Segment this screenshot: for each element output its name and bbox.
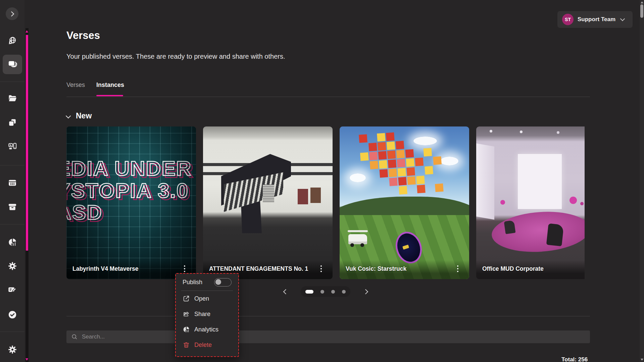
card-title: Office MUD Corporate — [482, 265, 544, 273]
sidebar-item-explore[interactable] — [0, 33, 24, 49]
chevron-right-icon — [363, 289, 368, 294]
page-dot-1-active[interactable] — [305, 290, 313, 294]
sidebar-divider — [0, 331, 24, 332]
search-input[interactable] — [81, 333, 585, 341]
sidebar-item-approvals[interactable] — [0, 307, 24, 323]
page-dot-2[interactable] — [320, 290, 324, 294]
carousel-prev-button[interactable] — [281, 287, 291, 297]
card-title: Vuk Cosic: Starstruck — [346, 265, 406, 273]
sidebar-item-verses[interactable] — [0, 56, 24, 72]
sidebar — [0, 0, 24, 362]
instance-card-starstruck[interactable]: Vuk Cosic: Starstruck — [340, 126, 469, 279]
page-title: Verses — [66, 30, 100, 42]
tabs-divider — [66, 97, 590, 97]
globe-search-icon — [8, 36, 17, 46]
menu-item-delete[interactable]: Delete — [183, 337, 232, 353]
layers-cards-icon — [8, 59, 17, 69]
sidebar-item-archive[interactable] — [0, 199, 24, 215]
page-subtitle: Your published verses. These are ready t… — [66, 53, 285, 60]
chevron-down-icon — [620, 16, 625, 21]
check-circle-icon — [8, 310, 17, 319]
kebab-menu-icon[interactable] — [320, 268, 322, 269]
scroll-up-arrow-icon[interactable] — [641, 1, 643, 3]
tab-instances[interactable]: Instances — [96, 82, 124, 89]
card-title: Labyrinth V4 Metaverse — [72, 265, 138, 273]
sidebar-divider — [0, 82, 24, 82]
publish-toggle[interactable] — [214, 278, 232, 287]
user-name: Support Team — [578, 16, 615, 23]
menu-item-share[interactable]: Share — [183, 306, 232, 322]
gear-icon — [8, 345, 17, 354]
carousel-pagination — [66, 286, 585, 297]
kebab-menu-icon[interactable] — [184, 268, 185, 269]
sidebar-item-analytics[interactable] — [0, 234, 24, 250]
share-icon — [183, 310, 190, 318]
sidebar-item-events[interactable] — [0, 175, 24, 191]
publish-label: Publish — [183, 279, 202, 286]
search-divider — [66, 316, 590, 316]
pie-analytics-icon — [183, 326, 190, 333]
devices-icon — [8, 142, 17, 151]
sidebar-item-templates[interactable] — [0, 114, 24, 131]
page-dot-4[interactable] — [342, 290, 346, 294]
pie-analytics-icon — [8, 238, 17, 247]
scroll-up-arrow-icon[interactable] — [26, 30, 28, 33]
sidebar-scrollbar-thumb[interactable] — [26, 35, 28, 251]
gear-icon — [8, 261, 17, 271]
card-title: ATTENDANT ENGAGEMENTS No. 1 — [209, 265, 308, 273]
menu-item-label: Delete — [194, 342, 212, 349]
card-thumbnail — [476, 126, 585, 279]
card-context-menu: Publish Open Share — [175, 273, 239, 357]
card-thumbnail: EDIA UNDER YSTOPIA 3.0 ASD EDIA UNDER YS… — [66, 126, 196, 279]
search-bar — [66, 330, 590, 343]
cards-carousel: EDIA UNDER YSTOPIA 3.0 ASD EDIA UNDER YS… — [66, 126, 585, 279]
card-titlebar: Vuk Cosic: Starstruck — [340, 260, 469, 279]
tab-verses[interactable]: Verses — [66, 82, 85, 89]
toggle-knob — [215, 279, 221, 285]
section-header-new[interactable]: New — [66, 111, 92, 120]
menu-item-analytics[interactable]: Analytics — [183, 322, 232, 337]
search-icon — [71, 333, 78, 340]
user-menu[interactable]: ST Support Team — [557, 11, 633, 28]
sidebar-item-admin-settings[interactable] — [0, 342, 24, 358]
cards-row: EDIA UNDER YSTOPIA 3.0 ASD EDIA UNDER YS… — [66, 126, 585, 279]
archive-box-icon — [8, 202, 17, 212]
carousel-next-button[interactable] — [360, 287, 370, 297]
menu-item-label: Analytics — [194, 326, 218, 333]
trash-icon — [183, 341, 190, 349]
sidebar-item-registration[interactable] — [0, 281, 24, 298]
open-external-icon — [183, 295, 190, 302]
page-dot-3[interactable] — [331, 290, 335, 294]
chevron-right-icon — [9, 11, 14, 16]
page-scrollbar-thumb[interactable] — [640, 4, 643, 18]
scroll-down-arrow-icon[interactable] — [641, 359, 643, 361]
folder-open-icon — [8, 94, 17, 103]
chevron-down-icon — [66, 113, 71, 119]
menu-item-label: Open — [194, 295, 209, 302]
sidebar-divider — [0, 165, 24, 165]
active-tab-underline — [96, 95, 123, 96]
sidebar-item-devices[interactable] — [0, 139, 24, 155]
sidebar-item-files[interactable] — [0, 90, 24, 106]
card-edit-icon — [8, 285, 17, 294]
avatar: ST — [562, 14, 574, 25]
sidebar-collapse-button[interactable] — [6, 7, 18, 20]
menu-item-open[interactable]: Open — [183, 291, 232, 306]
menu-item-label: Share — [194, 311, 210, 318]
card-thumbnail — [340, 126, 469, 279]
instance-card-labyrinth[interactable]: EDIA UNDER YSTOPIA 3.0 ASD EDIA UNDER YS… — [66, 126, 196, 279]
calendar-dots-icon — [8, 178, 17, 188]
pagination-dots — [301, 286, 350, 297]
sidebar-item-settings[interactable] — [0, 258, 24, 274]
card-titlebar: Office MUD Corporate — [476, 260, 585, 279]
section-title: New — [76, 111, 92, 120]
kebab-menu-icon[interactable] — [457, 268, 458, 269]
total-count-label: Total: 256 — [561, 356, 588, 362]
verses-app-page: { "app": { "accent_color": "#f0149e", "d… — [0, 0, 644, 362]
instance-card-office-mud[interactable]: Office MUD Corporate — [476, 126, 585, 279]
menu-item-publish: Publish — [183, 274, 232, 291]
instance-card-attendant[interactable]: ATTENDANT ENGAGEMENTS No. 1 — [203, 126, 333, 279]
scroll-down-arrow-icon[interactable] — [26, 358, 28, 361]
chevron-left-icon — [283, 289, 288, 294]
card-thumbnail — [203, 126, 333, 279]
